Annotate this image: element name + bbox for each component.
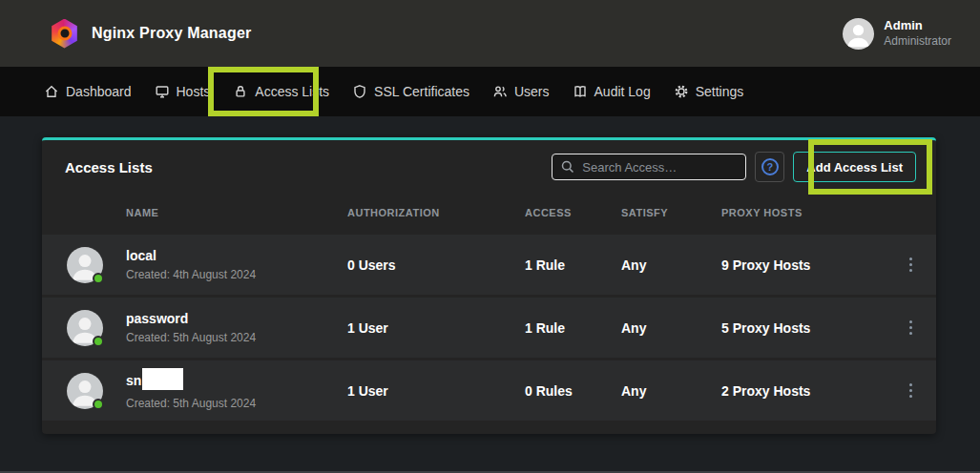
authorization-value: 1 User [347, 383, 525, 399]
table-row[interactable]: password Created: 5th August 2024 1 User… [42, 298, 936, 358]
user-menu[interactable]: Admin Administrator [843, 18, 951, 50]
avatar [67, 247, 103, 283]
book-icon [573, 84, 588, 99]
nav-item-users[interactable]: Users [492, 84, 550, 99]
proxy-hosts-value: 2 Proxy Hosts [721, 383, 904, 399]
users-icon [492, 84, 508, 99]
home-icon [44, 84, 59, 99]
column-header-proxy-hosts: PROXY HOSTS [721, 207, 904, 218]
proxy-hosts-value: 9 Proxy Hosts [721, 257, 904, 273]
lock-icon [233, 84, 248, 99]
satisfy-value: Any [621, 320, 721, 336]
authorization-value: 1 User [347, 320, 525, 336]
column-header-authorization: AUTHORIZATION [347, 207, 525, 218]
satisfy-value: Any [621, 257, 721, 273]
person-icon [843, 18, 874, 50]
panel-title: Access Lists [65, 159, 153, 175]
row-menu-kebab-icon[interactable] [904, 320, 917, 335]
access-value: 0 Rules [525, 383, 621, 399]
nav-item-audit-log[interactable]: Audit Log [573, 84, 651, 99]
column-header-name: NAME [126, 207, 347, 218]
search-input[interactable] [552, 154, 746, 180]
row-menu-kebab-icon[interactable] [904, 383, 917, 398]
nav-item-settings[interactable]: Settings [674, 84, 744, 99]
panel-header: Access Lists ? Add Access List [42, 140, 936, 194]
add-access-list-button[interactable]: Add Access List [793, 152, 916, 182]
access-list-name: local [126, 248, 347, 264]
search-box [552, 154, 746, 180]
status-dot [93, 273, 104, 284]
table-row[interactable]: sn Created: 5th August 2024 1 User 0 Rul… [42, 360, 936, 421]
avatar [67, 310, 103, 346]
status-dot [93, 399, 104, 410]
access-list-name: password [126, 311, 347, 327]
column-header-satisfy: SATISFY [621, 207, 721, 218]
avatar [67, 373, 103, 409]
gear-icon [674, 84, 689, 99]
created-date: Created: 5th August 2024 [126, 397, 347, 410]
proxy-hosts-value: 5 Proxy Hosts [721, 320, 904, 336]
user-role: Administrator [884, 34, 951, 49]
access-list-name: sn [126, 371, 347, 393]
created-date: Created: 4th August 2024 [126, 268, 347, 281]
row-menu-kebab-icon[interactable] [904, 257, 917, 272]
table-header-row: NAME AUTHORIZATION ACCESS SATISFY PROXY … [42, 194, 936, 232]
user-name: Admin [884, 18, 951, 33]
user-avatar[interactable] [843, 18, 874, 50]
shield-icon [352, 84, 367, 99]
status-dot [93, 336, 104, 347]
table-row[interactable]: local Created: 4th August 2024 0 Users 1… [42, 235, 936, 295]
column-header-access: ACCESS [525, 207, 621, 218]
access-value: 1 Rule [525, 320, 621, 336]
app-logo-icon [50, 19, 79, 49]
satisfy-value: Any [621, 383, 721, 399]
nav-item-hosts[interactable]: Hosts [155, 84, 211, 99]
access-value: 1 Rule [525, 257, 621, 273]
search-icon [560, 159, 575, 175]
app-header: Nginx Proxy Manager Admin Administrator [0, 0, 980, 67]
main-nav: Dashboard Hosts Access Lists SSL Certifi… [0, 67, 980, 116]
logo-ring [57, 27, 72, 41]
monitor-icon [155, 84, 170, 99]
redaction-box [142, 368, 183, 390]
nav-item-dashboard[interactable]: Dashboard [44, 84, 132, 99]
nav-item-ssl-certificates[interactable]: SSL Certificates [352, 84, 469, 99]
app-title: Nginx Proxy Manager [92, 25, 251, 42]
nav-item-access-lists[interactable]: Access Lists [233, 84, 329, 99]
created-date: Created: 5th August 2024 [126, 331, 347, 344]
help-circle-icon: ? [761, 158, 779, 175]
authorization-value: 0 Users [347, 257, 525, 273]
access-lists-panel: Access Lists ? Add Access List NAME AUTH… [42, 137, 936, 434]
help-button[interactable]: ? [755, 152, 784, 182]
